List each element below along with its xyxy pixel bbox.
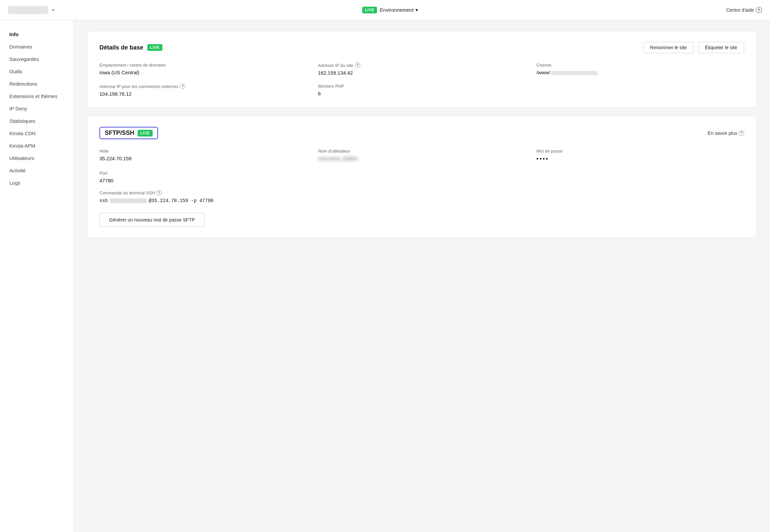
path-value: /www/: [536, 70, 744, 75]
card-header-basic: Détails de base LIVE Renommer le site Ét…: [99, 42, 744, 53]
sidebar-item-sauvegardes[interactable]: Sauvegardes: [0, 53, 73, 65]
rename-site-button[interactable]: Renommer le site: [643, 42, 694, 53]
learn-more-label: En savoir plus: [708, 130, 737, 136]
external-ip-item: Adresse IP pour les connexions externes …: [99, 84, 307, 97]
sidebar-item-utilisateurs[interactable]: Utilisateurs: [0, 152, 73, 164]
basic-details-grid: Emplacement / centre de données Iowa (US…: [99, 63, 744, 97]
sftp-title: SFTP/SSH: [105, 129, 134, 137]
generate-sftp-password-button[interactable]: Générer un nouveau mot de passe SFTP: [99, 213, 205, 227]
main-content: Détails de base LIVE Renommer le site Ét…: [74, 20, 770, 532]
card-title-group-basic: Détails de base LIVE: [99, 44, 162, 51]
password-label: Mot de passe: [536, 149, 744, 154]
external-ip-value: 104.198.76.12: [99, 91, 307, 97]
site-ip-item: Adresse IP du site ? 162.159.134.42: [318, 63, 526, 76]
external-ip-label: Adresse IP pour les connexions externes …: [99, 84, 307, 89]
workers-label: Workers PHP: [318, 84, 526, 89]
card-header-sftp: SFTP/SSH LIVE En savoir plus ?: [99, 127, 744, 139]
username-item: Nom d'utilisateur username_hidden: [318, 149, 526, 163]
workers-item: Workers PHP 6: [318, 84, 526, 97]
sidebar-item-activite[interactable]: Activité: [0, 164, 73, 177]
port-label: Port: [99, 171, 744, 176]
sftp-title-wrapper: SFTP/SSH LIVE: [99, 127, 158, 139]
password-item: Mot de passe ••••: [536, 149, 744, 163]
sidebar-item-statistiques[interactable]: Statistiques: [0, 115, 73, 127]
username-value: username_hidden: [318, 156, 526, 161]
sidebar-item-kinsta-apm[interactable]: Kinsta APM: [0, 140, 73, 152]
ssh-command-value: ssh @35.224.70.159 -p 47780: [99, 198, 744, 203]
username-label: Nom d'utilisateur: [318, 149, 526, 154]
site-ip-label: Adresse IP du site ?: [318, 63, 526, 68]
external-ip-help-icon[interactable]: ?: [180, 84, 185, 89]
env-chevron-icon: ▾: [415, 7, 418, 13]
sidebar-item-ip-deny[interactable]: IP Deny: [0, 102, 73, 115]
location-label: Emplacement / centre de données: [99, 63, 307, 68]
card-actions-basic: Renommer le site Étiqueter le site: [643, 42, 744, 53]
help-icon: ?: [756, 7, 762, 13]
basic-details-title: Détails de base: [99, 44, 143, 51]
sidebar-item-info[interactable]: Info: [0, 28, 73, 40]
tag-site-button[interactable]: Étiqueter le site: [698, 42, 745, 53]
top-header: ▾ LIVE Environnement ▾ Centre d'aide ?: [0, 0, 770, 20]
password-value: ••••: [536, 156, 744, 163]
port-value: 47780: [99, 178, 744, 183]
empty-item: [536, 84, 744, 97]
site-ip-value: 162.159.134.42: [318, 70, 526, 76]
host-label: Hôte: [99, 149, 307, 154]
header-center: LIVE Environnement ▾: [362, 7, 418, 13]
sidebar-item-extensions[interactable]: Extensions et thèmes: [0, 90, 73, 102]
learn-more-link[interactable]: En savoir plus ?: [708, 130, 744, 136]
sidebar-item-domaines[interactable]: Domaines: [0, 40, 73, 53]
logo: [8, 6, 48, 14]
app-layout: Info Domaines Sauvegardes Outils Redirec…: [0, 20, 770, 532]
environment-selector[interactable]: Environnement ▾: [380, 7, 418, 13]
port-row: Port 47780: [99, 171, 744, 183]
live-badge: LIVE: [362, 7, 377, 13]
workers-value: 6: [318, 91, 526, 96]
site-ip-help-icon[interactable]: ?: [355, 63, 360, 68]
logo-chevron-icon[interactable]: ▾: [52, 8, 54, 12]
sidebar-item-kinsta-cdn[interactable]: Kinsta CDN: [0, 127, 73, 140]
ssh-command-section: Commande du terminal SSH ? ssh @35.224.7…: [99, 190, 744, 203]
generate-button-wrapper: Générer un nouveau mot de passe SFTP: [99, 203, 744, 227]
path-label: Chemin: [536, 63, 744, 68]
sftp-live-badge: LIVE: [138, 130, 153, 137]
help-label: Centre d'aide: [726, 7, 754, 13]
path-item: Chemin /www/: [536, 63, 744, 76]
host-item: Hôte 35.224.70.159: [99, 149, 307, 163]
basic-details-card: Détails de base LIVE Renommer le site Ét…: [87, 31, 757, 108]
sidebar: Info Domaines Sauvegardes Outils Redirec…: [0, 20, 74, 532]
help-center-link[interactable]: Centre d'aide ?: [726, 7, 762, 13]
location-value: Iowa (US Central): [99, 70, 307, 75]
sftp-grid-row1: Hôte 35.224.70.159 Nom d'utilisateur use…: [99, 149, 744, 163]
ssh-command-label: Commande du terminal SSH ?: [99, 190, 744, 195]
port-item: Port 47780: [99, 171, 744, 183]
host-value: 35.224.70.159: [99, 156, 307, 161]
env-label: Environnement: [380, 7, 413, 13]
ssh-terminal-help-icon[interactable]: ?: [156, 190, 162, 195]
basic-details-live-badge: LIVE: [147, 44, 162, 51]
location-item: Emplacement / centre de données Iowa (US…: [99, 63, 307, 76]
learn-more-icon: ?: [739, 130, 744, 136]
ssh-user-blurred: [110, 198, 147, 203]
sidebar-item-outils[interactable]: Outils: [0, 65, 73, 78]
sidebar-item-logs[interactable]: Logs: [0, 177, 73, 189]
header-left: ▾: [8, 6, 54, 14]
sidebar-item-redirections[interactable]: Redirections: [0, 78, 73, 90]
sftp-ssh-card: SFTP/SSH LIVE En savoir plus ? Hôte 35.2…: [87, 116, 757, 238]
